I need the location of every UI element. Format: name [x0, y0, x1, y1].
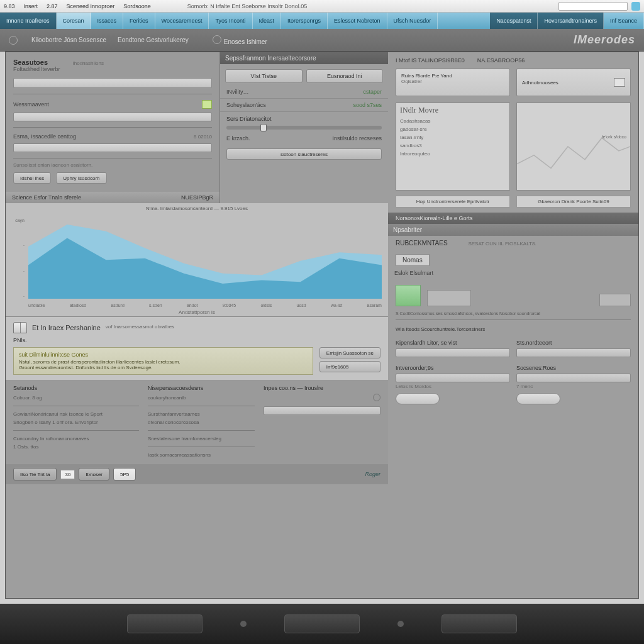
monitor-bezel	[0, 604, 644, 644]
badge: 8 02010	[194, 134, 212, 140]
cell-header: Intveroorder;9s	[396, 365, 510, 371]
mini-item[interactable]: Cadashsacas	[400, 117, 506, 125]
menu-item[interactable]: 9.83	[4, 3, 15, 9]
primary-nav: Innone Iroafreros Coresan Issaces Feriti…	[0, 13, 644, 29]
menu-item[interactable]: Sordsoone	[123, 3, 151, 9]
nav-tab[interactable]: Coresan	[57, 13, 91, 29]
action-button[interactable]: Uphry Isosdcorh	[56, 172, 106, 184]
bar	[396, 285, 421, 306]
r-subtab[interactable]: SESAT OUN IIL FIOSI-KALT8.	[468, 241, 536, 247]
summary-card[interactable]: Adhnobnoosees	[516, 69, 631, 96]
r-subtab[interactable]: RUBCEKMNTAES	[396, 240, 448, 247]
y-tick: cayn	[9, 218, 25, 223]
toolbar-button[interactable]: Ibnoser	[79, 468, 109, 480]
info-button[interactable]: Inf9e1605	[319, 361, 380, 372]
hardware-button	[284, 614, 360, 633]
image-icon	[614, 78, 625, 87]
progress-bar	[264, 406, 380, 415]
spinner-icon	[373, 394, 380, 401]
os-search-input[interactable]	[558, 2, 628, 11]
status-indicator-icon	[631, 2, 640, 11]
filter-input[interactable]	[13, 78, 212, 88]
card-footer[interactable]: Hop Unctrontrerserele Eprilvalotr	[396, 196, 510, 208]
toolbar-button[interactable]: Ilso Tie Tnt la	[13, 468, 57, 480]
nav-tab[interactable]: Ferities	[123, 13, 155, 29]
panel-tab[interactable]: Ihodnashilons	[73, 60, 104, 66]
x-tick: oldsls	[260, 303, 272, 308]
slider-handle[interactable]	[260, 124, 267, 131]
active-subtab[interactable]: Nomas	[396, 254, 430, 266]
filter-input[interactable]	[13, 113, 212, 121]
detail-line: coukoryhoncanib	[148, 394, 255, 402]
nav-tab[interactable]: Ideast	[253, 13, 282, 29]
nav-tab[interactable]: Issaces	[91, 13, 124, 29]
toolbar-link[interactable]: Roger	[365, 471, 380, 477]
mini-item[interactable]: Introreoquteo	[400, 150, 506, 158]
menu-item[interactable]: Sceneed Innoproer	[67, 3, 115, 9]
action-button[interactable]: Idshel ihes	[13, 172, 51, 184]
nav-tab[interactable]: Inf Seance	[604, 13, 644, 29]
toolbar-button[interactable]: 5P5	[113, 468, 136, 480]
breadcrumb[interactable]: Eondtone Gestvorlukerey	[118, 36, 189, 43]
detail-line: divonal conocorcososa	[148, 418, 255, 426]
r-tab[interactable]: NA.ESABROOP56	[477, 57, 525, 64]
nav-tab[interactable]: Nacespatenst	[490, 13, 538, 29]
range-slider[interactable]	[226, 126, 382, 130]
breadcrumb[interactable]: Enoses Ishimer	[224, 38, 267, 45]
mini-item[interactable]: sandbos3	[400, 142, 506, 150]
nav-tab[interactable]: Tyos Inconti	[209, 13, 252, 29]
nav-tab[interactable]: Wocesaremeest	[155, 13, 209, 29]
summary-card[interactable]: Ruins Riorde P:e Yand Oqisatrer	[396, 69, 510, 96]
menu-item[interactable]: Insert	[24, 3, 38, 9]
area-plot	[28, 214, 382, 299]
apply-button[interactable]: ssitoon slauctreseres	[226, 148, 382, 160]
filter-input[interactable]	[13, 143, 212, 152]
x-tick: andot	[187, 303, 198, 308]
breadcrumb[interactable]: Kiloobortre Jósn Sosensce	[31, 36, 106, 43]
mid-tab[interactable]: Eusnoraod Ini	[306, 69, 384, 83]
info-button[interactable]: Errisjin Suassoton se	[319, 347, 380, 358]
mini-bar-chart	[388, 281, 638, 310]
submit-button[interactable]	[396, 393, 440, 404]
mini-item[interactable]: Iasan-irnfy	[400, 133, 506, 142]
card-footer[interactable]: Gkaeoron Drank Poorte Sulin09	[516, 196, 631, 208]
alert-title: suit Dilminlulinnitcse Gones	[19, 352, 308, 358]
mid-tab[interactable]: VIst Tistse	[225, 69, 303, 83]
info-panel: Et In Iraex Pershanine vof Inarsomessasm…	[6, 316, 388, 380]
svg-marker-1	[28, 238, 382, 299]
y-tick: ·	[9, 243, 25, 248]
nav-tab[interactable]: Hovorsandtronainers	[538, 13, 604, 29]
col-header: Niseperssacoesdesns	[148, 385, 255, 391]
x-tick: wa-ist	[331, 303, 342, 308]
section-header: NorsonosKiorealn-Lille e Gorts	[388, 213, 638, 224]
y-tick: ·	[9, 294, 25, 299]
mini-title: INdlr Movre	[400, 106, 438, 115]
r-tab[interactable]: I Mtof IS TALINOPSI9R8E0	[396, 57, 465, 64]
footnote: S CoditComossmos ses smosclafshcos, svai…	[388, 310, 638, 317]
cell-input[interactable]	[516, 374, 631, 382]
nav-tab[interactable]: Itorersponrgs	[281, 13, 328, 29]
nav-tab[interactable]: Ufsch Nuesdor	[387, 13, 438, 29]
detail-line: Snogben o Isany 1 onf ora. Envoriptor	[13, 418, 139, 426]
bar	[599, 294, 631, 306]
kv-value: Instilsuldo recseses	[332, 135, 382, 142]
cell-input[interactable]	[396, 374, 510, 382]
mini-item[interactable]: gadosar-sre	[400, 125, 506, 133]
detail-line: Snestalersone Inamfoneacersieg	[148, 435, 255, 443]
power-led-icon	[240, 621, 247, 627]
x-tick: atadiosd	[70, 303, 86, 308]
menu-item[interactable]: 2.87	[47, 3, 58, 9]
info-sub: PNls.	[13, 337, 380, 343]
nav-home[interactable]: Innone Iroafreros	[0, 13, 57, 29]
globe-icon	[9, 36, 18, 45]
filter-panel: Seasutoes Foltadihed lteverbr Ihodnashil…	[6, 52, 219, 192]
detail-line: Iastk somacsmeassationsns	[148, 451, 255, 459]
nav-tab[interactable]: Eslessot Nobreton	[328, 13, 387, 29]
kv-key: INvility…	[226, 89, 249, 95]
y-tick: ·	[9, 269, 25, 274]
submit-button[interactable]	[516, 393, 560, 404]
calendar-icon[interactable]	[202, 100, 212, 109]
cell-header: Sts.nordteeort	[516, 340, 631, 346]
detail-line: Sursthanfamvertaames	[148, 410, 255, 418]
info-note: vof Inarsomessasmot obratbes	[106, 324, 174, 330]
